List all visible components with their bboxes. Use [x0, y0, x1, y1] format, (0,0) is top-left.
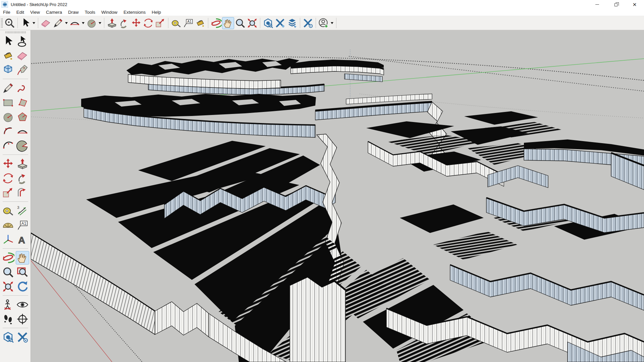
dimension-tool-button[interactable]: 3	[16, 204, 29, 217]
position-camera-button[interactable]	[2, 298, 14, 311]
pan-tool-button[interactable]	[222, 17, 234, 29]
previous-view-button[interactable]	[16, 280, 29, 293]
chevron-down-icon	[99, 22, 101, 24]
tape-measure-tool-button[interactable]	[170, 17, 182, 29]
text-tool-button[interactable]: A1	[16, 219, 29, 232]
extension-warehouse-button[interactable]	[302, 17, 314, 29]
viewport-canvas[interactable]	[31, 30, 644, 362]
model-far-island[interactable]	[126, 58, 384, 95]
account-dropdown[interactable]	[330, 17, 334, 29]
arc-tool-dropdown[interactable]	[81, 17, 86, 29]
toolbar-separator	[260, 18, 260, 28]
scale-tool-button[interactable]	[2, 186, 14, 199]
followme-tool-button[interactable]	[16, 172, 29, 185]
pushpull-tool-button[interactable]	[16, 158, 29, 170]
look-around-button[interactable]	[16, 298, 29, 311]
eraser-tool-button[interactable]	[16, 49, 29, 62]
zoom-extents-icon	[247, 17, 258, 29]
menu-extensions[interactable]: Extensions	[120, 9, 149, 15]
pan-tool-button[interactable]	[16, 251, 29, 264]
zoom-extents-button[interactable]	[247, 17, 258, 29]
line-tool-dropdown[interactable]	[64, 17, 69, 29]
polygon-tool-button[interactable]	[16, 111, 29, 123]
text-tool-button[interactable]: A1	[182, 17, 194, 29]
menu-help[interactable]: Help	[149, 9, 164, 15]
move-tool-button[interactable]	[2, 158, 14, 170]
share-model-button[interactable]	[274, 17, 286, 29]
3d-warehouse-button[interactable]	[2, 331, 14, 344]
circle-tool-button[interactable]	[86, 17, 97, 29]
select-tool-dropdown[interactable]	[32, 17, 36, 29]
circle-tool-dropdown[interactable]	[98, 17, 102, 29]
paint-bucket-tool-button[interactable]	[195, 17, 206, 29]
protractor-tool-button[interactable]	[2, 219, 14, 232]
offset-tool-button[interactable]	[16, 186, 29, 199]
extension-warehouse-icon	[302, 17, 314, 29]
model-right-island[interactable]	[366, 111, 644, 260]
line-tool-button[interactable]	[52, 17, 64, 29]
zoom-tool-button[interactable]	[2, 266, 14, 279]
menu-tools[interactable]: Tools	[82, 9, 99, 15]
search-tool-button[interactable]	[4, 17, 15, 29]
paint-bucket-icon	[195, 17, 206, 29]
tape-measure-tool-button[interactable]	[2, 204, 14, 217]
toolbar-separator	[17, 18, 18, 28]
3d-warehouse-button[interactable]	[262, 17, 274, 29]
menu-draw[interactable]: Draw	[65, 9, 82, 15]
svg-text:3: 3	[17, 205, 19, 209]
pie-tool-button[interactable]	[16, 139, 29, 152]
zoom-icon	[2, 266, 14, 279]
two-point-arc-button[interactable]	[16, 125, 29, 138]
paint-bucket-tool-button[interactable]	[2, 49, 14, 62]
move-icon	[130, 17, 142, 29]
close-button[interactable]: ✕	[625, 0, 644, 9]
freehand-tool-button[interactable]	[16, 82, 29, 95]
zoom-window-button[interactable]	[16, 266, 29, 279]
select-tool-button[interactable]	[20, 17, 31, 29]
chevron-down-icon	[331, 22, 333, 24]
menu-view[interactable]: View	[27, 9, 43, 15]
rotate-tool-button[interactable]	[2, 172, 14, 185]
menu-camera[interactable]: Camera	[43, 9, 65, 15]
make-component-button[interactable]	[2, 64, 14, 76]
scale-tool-button[interactable]	[155, 17, 166, 29]
zoom-tool-button[interactable]	[234, 17, 246, 29]
eraser-tool-button[interactable]	[40, 17, 52, 29]
restore-button[interactable]	[606, 0, 625, 9]
walk-tool-button[interactable]	[2, 313, 14, 325]
compass-tool-button[interactable]	[16, 313, 29, 325]
rectangle-tool-button[interactable]	[2, 96, 14, 109]
3d-text-tool-button[interactable]: A	[16, 233, 29, 246]
select-tool-button[interactable]	[2, 35, 14, 48]
arc-tool-button[interactable]	[2, 125, 14, 138]
tag-icon	[16, 64, 29, 76]
tag-tool-button[interactable]	[16, 64, 29, 76]
select-icon	[20, 17, 31, 29]
menu-edit[interactable]: Edit	[13, 9, 27, 15]
look-around-icon	[16, 298, 29, 311]
account-button[interactable]	[318, 17, 329, 29]
3d-text-icon: A	[16, 233, 29, 246]
axes-tool-button[interactable]	[2, 233, 14, 246]
circle-tool-button[interactable]	[2, 111, 14, 123]
orbit-tool-button[interactable]	[210, 17, 222, 29]
orbit-tool-button[interactable]	[2, 251, 14, 264]
three-point-arc-button[interactable]	[2, 139, 14, 152]
move-tool-button[interactable]	[130, 17, 142, 29]
minimize-button[interactable]	[588, 0, 606, 9]
pushpull-tool-button[interactable]	[106, 17, 118, 29]
line-tool-button[interactable]	[2, 82, 14, 95]
lasso-tool-button[interactable]	[16, 35, 29, 48]
toolbar-drag-handle[interactable]	[5, 31, 26, 33]
followme-tool-button[interactable]	[118, 17, 130, 29]
share-component-button[interactable]	[286, 17, 298, 29]
extension-warehouse-button[interactable]	[16, 331, 29, 344]
toolbar-drag-handle[interactable]	[1, 18, 3, 28]
zoom-extents-button[interactable]	[2, 280, 14, 293]
menu-file[interactable]: File	[0, 9, 13, 15]
menu-window[interactable]: Window	[98, 9, 120, 15]
toolbar-separator	[316, 18, 316, 28]
arc-tool-button[interactable]	[69, 17, 80, 29]
rotate-tool-button[interactable]	[143, 17, 154, 29]
rotated-rectangle-button[interactable]	[16, 96, 29, 109]
